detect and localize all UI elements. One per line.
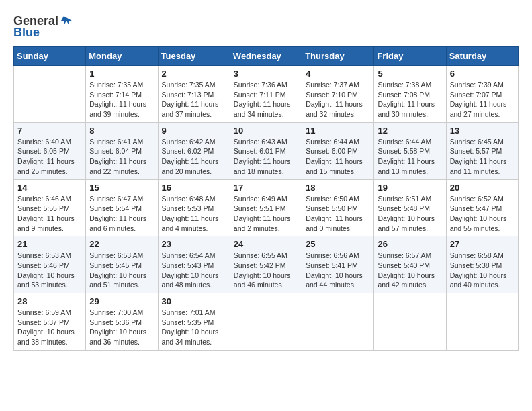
day-detail: Sunrise: 7:00 AMSunset: 5:36 PMDaylight:… <box>89 308 154 347</box>
day-detail: Sunrise: 6:44 AMSunset: 5:58 PMDaylight:… <box>378 137 442 177</box>
calendar-cell: 5Sunrise: 7:38 AMSunset: 7:08 PMDaylight… <box>374 66 446 123</box>
day-detail: Sunrise: 6:42 AMSunset: 6:02 PMDaylight:… <box>162 137 226 177</box>
calendar-header-row: SundayMondayTuesdayWednesdayThursdayFrid… <box>14 47 519 66</box>
day-detail: Sunrise: 6:47 AMSunset: 5:54 PMDaylight:… <box>89 194 154 234</box>
day-detail: Sunrise: 7:39 AMSunset: 7:07 PMDaylight:… <box>450 80 515 120</box>
day-detail: Sunrise: 6:49 AMSunset: 5:51 PMDaylight:… <box>234 194 298 234</box>
calendar-cell: 26Sunrise: 6:57 AMSunset: 5:40 PMDayligh… <box>374 236 446 293</box>
day-number: 25 <box>306 239 370 249</box>
day-number: 4 <box>306 68 370 79</box>
calendar-cell: 27Sunrise: 6:58 AMSunset: 5:38 PMDayligh… <box>446 236 518 293</box>
day-number: 14 <box>17 183 82 193</box>
day-number: 6 <box>450 68 515 79</box>
calendar-cell: 25Sunrise: 6:56 AMSunset: 5:41 PMDayligh… <box>302 236 374 293</box>
calendar-cell: 16Sunrise: 6:48 AMSunset: 5:53 PMDayligh… <box>158 179 230 236</box>
day-detail: Sunrise: 7:38 AMSunset: 7:08 PMDaylight:… <box>378 80 442 120</box>
calendar-cell: 11Sunrise: 6:44 AMSunset: 6:00 PMDayligh… <box>302 122 374 179</box>
day-number: 20 <box>450 183 515 193</box>
calendar-cell: 3Sunrise: 7:36 AMSunset: 7:11 PMDaylight… <box>230 66 302 123</box>
weekday-header-thursday: Thursday <box>302 47 374 66</box>
day-detail: Sunrise: 6:43 AMSunset: 6:01 PMDaylight:… <box>234 137 298 177</box>
calendar-cell: 24Sunrise: 6:55 AMSunset: 5:42 PMDayligh… <box>230 236 302 293</box>
calendar-week-row: 7Sunrise: 6:40 AMSunset: 6:05 PMDaylight… <box>14 122 519 179</box>
calendar-cell: 1Sunrise: 7:35 AMSunset: 7:14 PMDaylight… <box>86 66 158 123</box>
calendar-cell: 6Sunrise: 7:39 AMSunset: 7:07 PMDaylight… <box>446 66 518 123</box>
day-detail: Sunrise: 6:59 AMSunset: 5:37 PMDaylight:… <box>17 308 82 347</box>
weekday-header-wednesday: Wednesday <box>230 47 302 66</box>
day-number: 10 <box>234 126 298 136</box>
day-number: 28 <box>17 296 82 306</box>
day-detail: Sunrise: 7:36 AMSunset: 7:11 PMDaylight:… <box>234 80 298 120</box>
day-number: 30 <box>162 296 226 306</box>
day-number: 12 <box>378 126 442 136</box>
day-detail: Sunrise: 6:58 AMSunset: 5:38 PMDaylight:… <box>450 250 515 290</box>
day-number: 29 <box>89 296 154 306</box>
weekday-header-saturday: Saturday <box>446 47 518 66</box>
weekday-header-tuesday: Tuesday <box>158 47 230 66</box>
calendar-week-row: 28Sunrise: 6:59 AMSunset: 5:37 PMDayligh… <box>14 293 519 351</box>
day-detail: Sunrise: 6:44 AMSunset: 6:00 PMDaylight:… <box>306 137 370 177</box>
day-detail: Sunrise: 7:01 AMSunset: 5:35 PMDaylight:… <box>162 308 226 347</box>
day-number: 26 <box>378 239 442 249</box>
page-header: General Blue <box>13 13 519 40</box>
day-detail: Sunrise: 6:41 AMSunset: 6:04 PMDaylight:… <box>89 137 154 177</box>
day-detail: Sunrise: 7:35 AMSunset: 7:13 PMDaylight:… <box>162 80 226 120</box>
day-detail: Sunrise: 6:50 AMSunset: 5:50 PMDaylight:… <box>306 194 370 234</box>
day-detail: Sunrise: 6:55 AMSunset: 5:42 PMDaylight:… <box>234 250 298 290</box>
day-number: 11 <box>306 126 370 136</box>
calendar-cell: 8Sunrise: 6:41 AMSunset: 6:04 PMDaylight… <box>86 122 158 179</box>
calendar-cell: 9Sunrise: 6:42 AMSunset: 6:02 PMDaylight… <box>158 122 230 179</box>
calendar-cell: 29Sunrise: 7:00 AMSunset: 5:36 PMDayligh… <box>86 293 158 351</box>
calendar-cell <box>302 293 374 351</box>
day-number: 13 <box>450 126 515 136</box>
day-detail: Sunrise: 6:46 AMSunset: 5:55 PMDaylight:… <box>17 194 82 234</box>
day-number: 5 <box>378 68 442 79</box>
calendar-cell <box>374 293 446 351</box>
calendar-week-row: 21Sunrise: 6:53 AMSunset: 5:46 PMDayligh… <box>14 236 519 293</box>
calendar-cell: 7Sunrise: 6:40 AMSunset: 6:05 PMDaylight… <box>14 122 86 179</box>
day-detail: Sunrise: 6:53 AMSunset: 5:45 PMDaylight:… <box>89 250 154 290</box>
day-number: 23 <box>162 239 226 249</box>
day-number: 2 <box>162 68 226 79</box>
calendar-cell: 19Sunrise: 6:51 AMSunset: 5:48 PMDayligh… <box>374 179 446 236</box>
day-number: 19 <box>378 183 442 193</box>
logo: General Blue <box>13 13 75 40</box>
weekday-header-monday: Monday <box>86 47 158 66</box>
day-detail: Sunrise: 6:45 AMSunset: 5:57 PMDaylight:… <box>450 137 515 177</box>
day-number: 18 <box>306 183 370 193</box>
day-number: 22 <box>89 239 154 249</box>
day-detail: Sunrise: 6:53 AMSunset: 5:46 PMDaylight:… <box>17 250 82 290</box>
day-detail: Sunrise: 6:57 AMSunset: 5:40 PMDaylight:… <box>378 250 442 290</box>
calendar-cell: 4Sunrise: 7:37 AMSunset: 7:10 PMDaylight… <box>302 66 374 123</box>
calendar-cell <box>446 293 518 351</box>
day-detail: Sunrise: 6:54 AMSunset: 5:43 PMDaylight:… <box>162 250 226 290</box>
calendar-cell: 21Sunrise: 6:53 AMSunset: 5:46 PMDayligh… <box>14 236 86 293</box>
calendar-cell: 22Sunrise: 6:53 AMSunset: 5:45 PMDayligh… <box>86 236 158 293</box>
day-number: 9 <box>162 126 226 136</box>
day-detail: Sunrise: 7:37 AMSunset: 7:10 PMDaylight:… <box>306 80 370 120</box>
calendar-cell: 13Sunrise: 6:45 AMSunset: 5:57 PMDayligh… <box>446 122 518 179</box>
day-number: 3 <box>234 68 298 79</box>
day-number: 16 <box>162 183 226 193</box>
weekday-header-sunday: Sunday <box>14 47 86 66</box>
logo-arrow-icon <box>60 13 75 28</box>
calendar-cell: 28Sunrise: 6:59 AMSunset: 5:37 PMDayligh… <box>14 293 86 351</box>
calendar-table: SundayMondayTuesdayWednesdayThursdayFrid… <box>13 46 519 351</box>
day-detail: Sunrise: 6:52 AMSunset: 5:47 PMDaylight:… <box>450 194 515 234</box>
day-detail: Sunrise: 6:51 AMSunset: 5:48 PMDaylight:… <box>378 194 442 234</box>
day-number: 24 <box>234 239 298 249</box>
day-number: 17 <box>234 183 298 193</box>
calendar-cell: 30Sunrise: 7:01 AMSunset: 5:35 PMDayligh… <box>158 293 230 351</box>
day-detail: Sunrise: 6:48 AMSunset: 5:53 PMDaylight:… <box>162 194 226 234</box>
calendar-cell: 2Sunrise: 7:35 AMSunset: 7:13 PMDaylight… <box>158 66 230 123</box>
calendar-cell: 23Sunrise: 6:54 AMSunset: 5:43 PMDayligh… <box>158 236 230 293</box>
calendar-cell: 18Sunrise: 6:50 AMSunset: 5:50 PMDayligh… <box>302 179 374 236</box>
calendar-cell: 12Sunrise: 6:44 AMSunset: 5:58 PMDayligh… <box>374 122 446 179</box>
day-number: 7 <box>17 126 82 136</box>
day-number: 15 <box>89 183 154 193</box>
calendar-cell <box>230 293 302 351</box>
day-number: 8 <box>89 126 154 136</box>
day-number: 1 <box>89 68 154 79</box>
calendar-cell: 10Sunrise: 6:43 AMSunset: 6:01 PMDayligh… <box>230 122 302 179</box>
calendar-cell: 20Sunrise: 6:52 AMSunset: 5:47 PMDayligh… <box>446 179 518 236</box>
